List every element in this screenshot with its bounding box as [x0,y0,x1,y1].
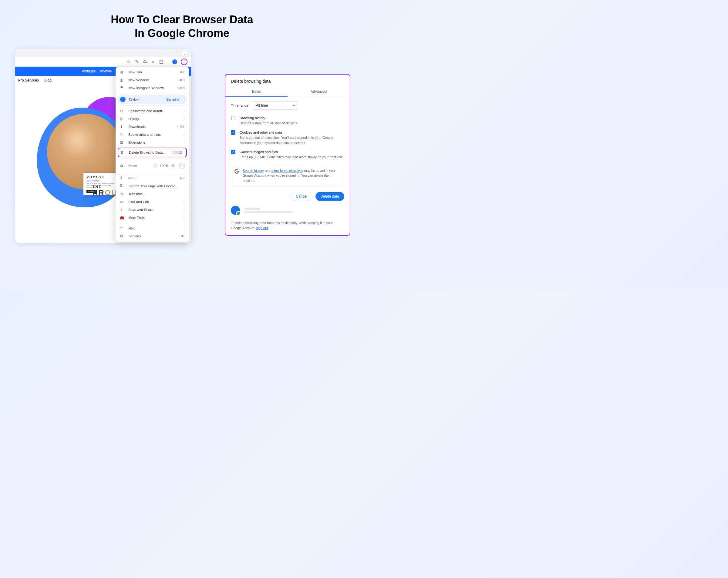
zoom-out-button[interactable]: − [153,163,158,168]
toolbar: ☆ ✎ e | ⋮ [15,57,191,67]
cancel-button[interactable]: Cancel [291,192,312,201]
delete-browsing-data-dialog: Delete browsing data Basic Advanced Time… [225,74,350,236]
puzzle-icon[interactable] [159,59,164,64]
checkbox-cache[interactable]: ✓ Cached images and filesFrees up 303 MB… [225,147,350,162]
menu-settings[interactable]: ⚙Settings⌘, [115,232,189,240]
time-range-label: Time range [231,104,249,107]
footer-note: To delete browsing data from this device… [225,219,350,231]
menu-history[interactable]: ↻History› [115,115,189,123]
profile-avatar-icon [231,206,240,215]
checkbox-cookies[interactable]: ✓ Cookies and other site dataSigns you o… [225,128,350,147]
menu-account[interactable]: TaylorSigned in› [118,94,187,104]
star-icon[interactable]: ☆ [127,59,131,64]
menu-zoom: Zoom − 100% + ⛶ [115,160,189,171]
overflow-menu-icon[interactable]: ⋮ [181,58,187,65]
menu-passwords[interactable]: ⊙Passwords and Autofill› [115,107,189,115]
page-title: How To Clear Browser Data In Google Chro… [0,0,364,49]
menu-extensions[interactable]: ⊡Extensions› [115,139,189,146]
checkbox-icon[interactable]: ✓ [231,150,235,154]
menu-new-tab[interactable]: ⊞New Tab⌘T [115,68,189,76]
tab-basic[interactable]: Basic [225,87,288,97]
fullscreen-button[interactable]: ⛶ [179,163,185,168]
menu-translate[interactable]: ⟲Translate... [115,190,189,198]
zoom-value: 100% [160,164,168,168]
menu-find[interactable]: ▭Find and Edit› [115,198,189,206]
menu-downloads[interactable]: ⬇Downloads⌥⌘L [115,123,189,131]
nav-link[interactable]: Pro Services [18,78,39,82]
time-range-select[interactable]: All time▾ [253,101,298,110]
nav-link[interactable]: Blog [44,78,52,82]
menu-bookmarks[interactable]: ☆Bookmarks and Lists› [115,131,189,139]
menu-print[interactable]: ⎙Print...⌘P [115,174,189,182]
checkbox-icon[interactable] [231,116,235,120]
checkbox-browsing-history[interactable]: Browsing historyDeletes history from all… [225,113,350,128]
nav-link[interactable]: Knowle [100,69,112,73]
checkbox-icon[interactable]: ✓ [231,130,235,135]
menu-more-tools[interactable]: 🧰More Tools› [115,214,189,222]
zoom-in-button[interactable]: + [170,163,176,168]
google-icon [234,169,239,174]
menu-incognito[interactable]: New Incognito Window⇧⌘N [115,84,189,92]
dialog-title: Delete browsing data [225,75,350,87]
chevron-down-icon[interactable]: ⌄ [182,51,187,56]
delete-data-button[interactable]: Delete data [315,192,344,201]
menu-save-share[interactable]: ⇪Save and Share› [115,206,189,214]
profile-avatar[interactable] [172,59,177,64]
menu-delete-browsing-data[interactable]: 🗑Delete Browsing Data...⇧⌘⌫ [118,149,186,156]
nav-link[interactable]: Affiliates [82,69,96,73]
chrome-menu: ⊞New Tab⌘T ◫New Window⌘N New Incognito W… [115,67,189,242]
cloud-icon[interactable] [143,59,148,64]
menu-help[interactable]: ?Help› [115,224,189,232]
profile-row [225,204,350,219]
menu-search-page[interactable]: GSearch This Page with Google... [115,182,189,190]
pen-icon[interactable]: ✎ [135,59,139,64]
sign-out-link[interactable]: sign out [256,226,268,230]
menu-delete-browsing-data-highlight: 🗑Delete Browsing Data...⇧⌘⌫ [118,147,187,157]
info-box: Search history and other forms of activi… [231,165,344,187]
tab-advanced[interactable]: Advanced [288,87,350,97]
menu-new-window[interactable]: ◫New Window⌘N [115,76,189,84]
search-history-link[interactable]: Search history [243,169,264,172]
letter-icon[interactable]: e [151,59,156,64]
svg-point-0 [121,165,123,167]
other-activity-link[interactable]: other forms of activity [271,169,303,172]
